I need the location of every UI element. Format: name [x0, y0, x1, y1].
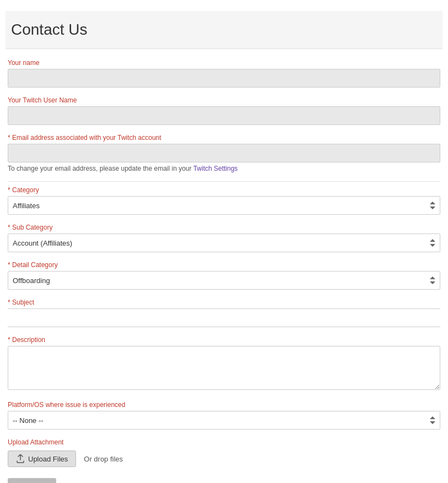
twitch-name-group: Your Twitch User Name [8, 96, 440, 125]
twitch-name-label: Your Twitch User Name [8, 96, 440, 104]
description-label: * Description [8, 336, 440, 344]
subcategory-label: * Sub Category [8, 224, 440, 231]
upload-label: Upload Attachment [8, 438, 440, 446]
description-group: * Description [8, 336, 440, 392]
platform-group: Platform/OS where issue is experienced -… [8, 401, 440, 430]
category-select[interactable]: Affiliates Partners Streamers [8, 196, 440, 215]
submit-button[interactable]: Submit [8, 478, 56, 483]
twitch-settings-link[interactable]: Twitch Settings [193, 165, 238, 172]
header-section: Contact Us [6, 11, 442, 49]
name-group: Your name [8, 59, 440, 88]
category-group: * Category Affiliates Partners Streamers [8, 181, 440, 215]
description-textarea[interactable] [8, 346, 440, 390]
detail-category-group: * Detail Category Offboarding Onboarding… [8, 261, 440, 290]
subject-group: * Subject [8, 299, 440, 327]
detail-category-label: * Detail Category [8, 261, 440, 269]
name-input[interactable] [8, 69, 440, 88]
detail-category-select[interactable]: Offboarding Onboarding Other [8, 271, 440, 290]
email-input[interactable] [8, 144, 440, 162]
upload-files-button[interactable]: Upload Files [8, 451, 76, 467]
name-label: Your name [8, 59, 440, 67]
upload-controls: Upload Files Or drop files [8, 451, 440, 467]
platform-label: Platform/OS where issue is experienced [8, 401, 440, 409]
page-title: Contact Us [11, 21, 437, 39]
email-label: * Email address associated with your Twi… [8, 134, 440, 142]
email-helper-text: To change your email address, please upd… [8, 165, 440, 172]
drop-files-text: Or drop files [84, 455, 123, 463]
page-container: Contact Us Your name Your Twitch User Na… [0, 0, 448, 483]
subcategory-group: * Sub Category Account (Affiliates) Acco… [8, 224, 440, 252]
form-wrapper: Your name Your Twitch User Name * Email … [6, 59, 442, 483]
platform-select[interactable]: -- None -- Windows Mac Linux iOS Android [8, 411, 440, 430]
twitch-name-input[interactable] [8, 106, 440, 125]
category-label: * Category [8, 186, 440, 194]
subject-input[interactable] [8, 308, 440, 327]
upload-section: Upload Attachment Upload Files Or drop f… [8, 438, 440, 467]
subcategory-select[interactable]: Account (Affiliates) Account (Partners) [8, 234, 440, 252]
email-group: * Email address associated with your Twi… [8, 134, 440, 172]
upload-icon [16, 454, 25, 463]
subject-label: * Subject [8, 299, 440, 306]
upload-files-label: Upload Files [28, 455, 68, 463]
